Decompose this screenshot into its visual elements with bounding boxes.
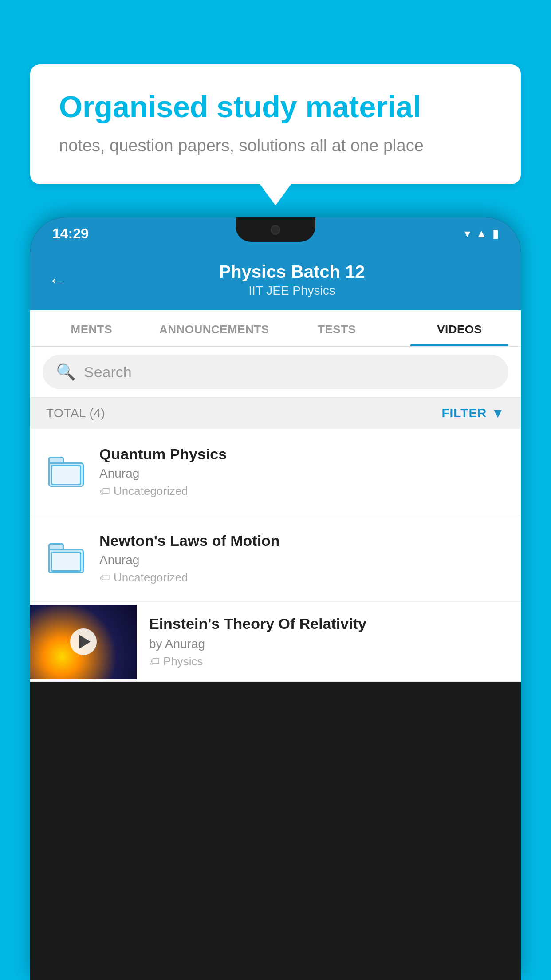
list-item[interactable]: Newton's Laws of Motion Anurag 🏷 Uncateg… [30, 515, 521, 602]
bubble-title: Organised study material [59, 89, 492, 125]
item-tag: 🏷 Uncategorized [99, 484, 505, 498]
app-header: ← Physics Batch 12 IIT JEE Physics [30, 249, 521, 310]
tab-announcements[interactable]: ANNOUNCEMENTS [153, 310, 276, 346]
tag-icon: 🏷 [99, 485, 110, 498]
play-triangle-icon [79, 635, 91, 649]
header-title-area: Physics Batch 12 IIT JEE Physics [81, 262, 503, 298]
status-bar: 14:29 ▾ ▲ ▮ [30, 217, 521, 249]
camera-dot [271, 225, 280, 235]
tab-bar: MENTS ANNOUNCEMENTS TESTS VIDEOS [30, 310, 521, 347]
filter-button[interactable]: FILTER ▼ [441, 406, 505, 421]
item-icon-folder [46, 543, 86, 573]
search-bar[interactable]: 🔍 Search [43, 355, 508, 389]
wifi-icon: ▾ [464, 227, 470, 241]
video-thumbnail [30, 605, 137, 679]
battery-icon: ▮ [492, 227, 499, 241]
tab-tests[interactable]: TESTS [276, 310, 398, 346]
video-author: by Anurag [149, 637, 505, 651]
item-title: Newton's Laws of Motion [99, 532, 505, 549]
item-author: Anurag [99, 553, 505, 567]
folder-icon [48, 457, 84, 487]
play-button[interactable] [70, 628, 97, 655]
folder-icon [48, 543, 84, 573]
filter-funnel-icon: ▼ [491, 406, 505, 421]
tag-icon: 🏷 [149, 655, 160, 668]
video-tag: 🏷 Physics [149, 655, 505, 668]
tag-label: Uncategorized [114, 571, 188, 585]
speech-bubble: Organised study material notes, question… [30, 64, 521, 184]
bubble-subtitle: notes, question papers, solutions all at… [59, 134, 492, 158]
tab-ments[interactable]: MENTS [30, 310, 153, 346]
phone-frame: 14:29 ▾ ▲ ▮ ← Physics Batch 12 IIT JEE P… [30, 217, 521, 980]
item-icon-folder [46, 457, 86, 487]
item-info: Newton's Laws of Motion Anurag 🏷 Uncateg… [99, 532, 505, 585]
screen-content: 🔍 Search TOTAL (4) FILTER ▼ [30, 347, 521, 682]
tab-videos[interactable]: VIDEOS [398, 310, 521, 346]
item-tag: 🏷 Uncategorized [99, 571, 505, 585]
notch [236, 217, 315, 242]
item-author: Anurag [99, 466, 505, 481]
status-icons: ▾ ▲ ▮ [464, 227, 499, 241]
video-info: Einstein's Theory Of Relativity by Anura… [137, 605, 505, 679]
search-placeholder-text: Search [84, 364, 132, 381]
signal-icon: ▲ [476, 227, 487, 241]
total-label: TOTAL (4) [46, 406, 105, 420]
list-item[interactable]: Quantum Physics Anurag 🏷 Uncategorized [30, 429, 521, 515]
search-icon: 🔍 [56, 363, 76, 381]
list-container: Quantum Physics Anurag 🏷 Uncategorized [30, 429, 521, 682]
tag-icon: 🏷 [99, 572, 110, 584]
header-subtitle: IIT JEE Physics [81, 284, 503, 298]
item-info: Quantum Physics Anurag 🏷 Uncategorized [99, 446, 505, 498]
list-item[interactable]: Einstein's Theory Of Relativity by Anura… [30, 602, 521, 682]
filter-row: TOTAL (4) FILTER ▼ [30, 398, 521, 429]
video-title: Einstein's Theory Of Relativity [149, 615, 505, 632]
search-bar-container: 🔍 Search [30, 347, 521, 398]
back-button[interactable]: ← [48, 269, 67, 291]
item-title: Quantum Physics [99, 446, 505, 463]
speech-bubble-container: Organised study material notes, question… [30, 64, 521, 184]
tag-label: Uncategorized [114, 484, 188, 498]
tag-label: Physics [163, 655, 203, 668]
status-time: 14:29 [52, 225, 89, 242]
header-title: Physics Batch 12 [81, 262, 503, 282]
filter-label: FILTER [441, 406, 487, 420]
